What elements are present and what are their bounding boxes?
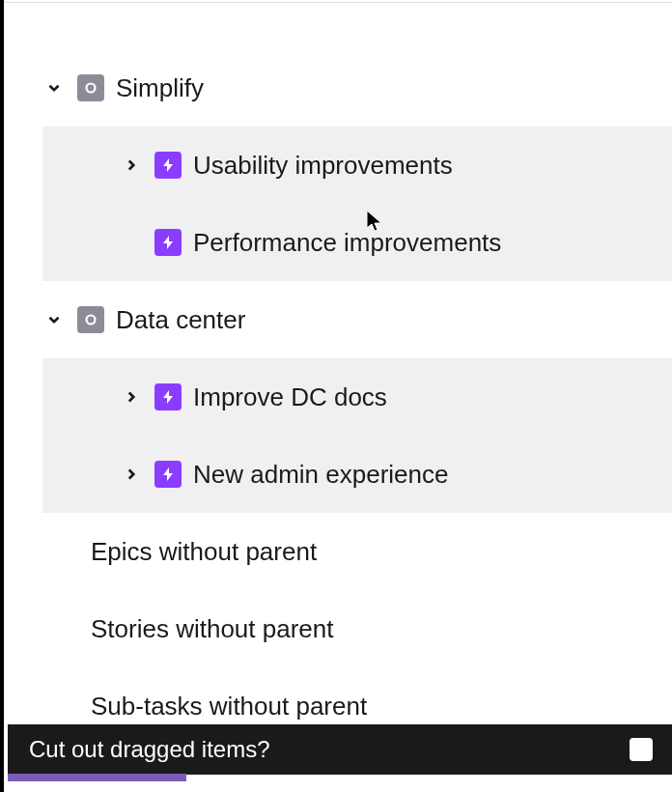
chevron-right-icon[interactable]: [120, 154, 143, 177]
orphan-label: Sub-tasks without parent: [91, 692, 367, 721]
orphan-stories[interactable]: Stories without parent: [4, 590, 672, 667]
progress-accent: [8, 774, 186, 781]
epic-icon: [154, 152, 182, 179]
tree-item-datacenter[interactable]: Data center: [4, 281, 672, 358]
issue-tree: Simplify Usability improvements Performa…: [4, 2, 672, 745]
tree-item-newadmin[interactable]: New admin experience: [42, 436, 672, 513]
tree-item-label: Simplify: [116, 73, 204, 103]
tree-item-label: Performance improvements: [193, 228, 501, 258]
svg-point-1: [87, 316, 96, 325]
tree-item-performance[interactable]: Performance improvements: [42, 204, 672, 281]
initiative-icon: [77, 306, 104, 333]
prompt-bar: Cut out dragged items?: [8, 724, 672, 775]
chevron-right-icon[interactable]: [120, 385, 143, 409]
chevron-down-icon[interactable]: [42, 308, 66, 331]
tree-item-label: Usability improvements: [193, 151, 453, 181]
chevron-right-icon[interactable]: [120, 463, 143, 486]
children-group-simplify: Usability improvements Performance impro…: [42, 127, 672, 281]
prompt-text: Cut out dragged items?: [29, 736, 269, 763]
children-group-datacenter: Improve DC docs New admin experience: [42, 358, 672, 513]
orphan-label: Epics without parent: [91, 537, 317, 567]
tree-item-label: Improve DC docs: [193, 382, 387, 412]
tree-item-improvedocs[interactable]: Improve DC docs: [42, 358, 672, 436]
tree-item-usability[interactable]: Usability improvements: [42, 127, 672, 204]
orphan-label: Stories without parent: [91, 614, 333, 644]
initiative-icon: [77, 74, 104, 101]
epic-icon: [154, 229, 182, 256]
epic-icon: [154, 383, 182, 410]
svg-point-0: [87, 84, 96, 93]
tree-item-label: Data center: [116, 305, 245, 335]
orphan-epics[interactable]: Epics without parent: [4, 513, 672, 590]
chevron-down-icon[interactable]: [42, 76, 66, 99]
prompt-checkbox[interactable]: [630, 738, 653, 761]
epic-icon: [154, 461, 182, 488]
tree-item-simplify[interactable]: Simplify: [4, 49, 672, 127]
tree-item-label: New admin experience: [193, 460, 448, 490]
